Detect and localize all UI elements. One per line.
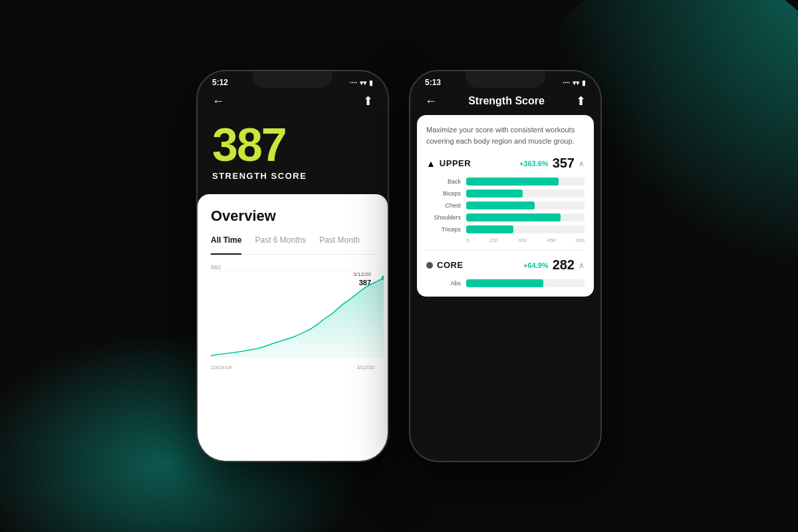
tab-all-time[interactable]: All Time [211, 235, 241, 249]
bar-label-back: Back [426, 178, 461, 185]
bar-label-shoulders: Shoulders [426, 214, 461, 221]
phone-2: 5:13 ···· ▾▾ ▮ ← Strength Score ⬆ M [409, 70, 602, 462]
phone-1-status-icons: ···· ▾▾ ▮ [350, 79, 373, 86]
section-divider [426, 250, 585, 251]
signal-dots-icon: ···· [350, 79, 357, 86]
phone-1-notch [253, 71, 332, 88]
strength-score-label: STRENGTH SCORE [212, 171, 373, 181]
core-score: 282 [553, 257, 575, 273]
phone-2-screen: 5:13 ···· ▾▾ ▮ ← Strength Score ⬆ M [410, 71, 600, 461]
overview-card: Overview All Time Past 6 Months Past Mon… [198, 194, 388, 461]
bar-row-shoulders: Shoulders [426, 213, 585, 221]
bar-row-triceps: Triceps [426, 225, 585, 233]
axis-0: 0 [466, 237, 469, 243]
upper-chevron-icon[interactable]: ∧ [579, 159, 585, 168]
bar-track-abs [466, 279, 585, 287]
phone-1-time: 5:12 [212, 78, 228, 87]
upper-name: UPPER [440, 158, 471, 168]
chart-x-end: 3/12/20 [356, 364, 374, 370]
core-dot-icon [426, 262, 433, 269]
bar-fill-triceps [466, 225, 513, 233]
upper-change: +363.6% [519, 160, 549, 168]
strength-description: Maximize your score with consistent work… [426, 124, 585, 146]
bar-track-back [466, 178, 585, 186]
upper-bar-axis: 0 150 300 450 600 [426, 237, 585, 243]
score-section: 387 STRENGTH SCORE [198, 115, 388, 194]
bar-label-abs: Abs [426, 280, 461, 287]
upper-bar-chart: Back Biceps Chest [426, 178, 585, 233]
upper-section-header: ▲ UPPER +363.6% 357 ∧ [426, 156, 585, 171]
bar-track-shoulders [466, 213, 585, 221]
axis-150: 150 [489, 237, 497, 243]
chart-x-labels: 10/24/18 3/12/20 [211, 364, 374, 370]
wifi-icon-2: ▾▾ [573, 79, 579, 86]
bar-fill-abs [466, 279, 543, 287]
bar-fill-biceps [466, 190, 523, 198]
strength-score-card: Maximize your score with consistent work… [417, 115, 594, 297]
bar-track-chest [466, 201, 585, 209]
bar-track-biceps [466, 190, 585, 198]
bar-row-abs: Abs [426, 279, 585, 287]
phone-2-back-button[interactable]: ← [425, 94, 437, 108]
bar-fill-back [466, 178, 559, 186]
phone-2-time: 5:13 [425, 78, 441, 87]
upper-icon: ▲ [426, 158, 436, 169]
bar-row-biceps: Biceps [426, 190, 585, 198]
battery-icon: ▮ [369, 79, 373, 86]
upper-section-right: +363.6% 357 ∧ [519, 156, 585, 171]
overview-chart: 560 3/12/20 387 [211, 264, 374, 370]
time-tabs: All Time Past 6 Months Past Month [211, 235, 374, 255]
core-section-left: CORE [426, 260, 464, 270]
tab-past-6-months[interactable]: Past 6 Months [255, 235, 306, 249]
overview-title: Overview [211, 207, 374, 225]
bar-label-biceps: Biceps [426, 190, 461, 197]
chart-y-max: 560 [211, 264, 221, 271]
bar-fill-chest [466, 201, 535, 209]
battery-icon-2: ▮ [582, 79, 586, 86]
upper-section-left: ▲ UPPER [426, 158, 471, 169]
phone-2-header: ← Strength Score ⬆ [410, 90, 600, 115]
wifi-icon: ▾▾ [360, 79, 366, 86]
tab-past-month[interactable]: Past Month [319, 235, 360, 249]
bar-fill-shoulders [466, 213, 561, 221]
axis-600: 600 [576, 237, 585, 243]
core-section-right: +64.9% 282 ∧ [523, 257, 585, 273]
phone-2-notch [466, 71, 545, 88]
bar-track-triceps [466, 225, 585, 233]
bar-label-chest: Chest [426, 202, 461, 209]
bar-row-back: Back [426, 178, 585, 186]
bar-label-triceps: Triceps [426, 226, 461, 233]
bar-row-chest: Chest [426, 201, 585, 209]
phone-1-header: ← ⬆ [198, 90, 388, 115]
core-name: CORE [437, 260, 464, 270]
chart-x-start: 10/24/18 [211, 364, 231, 370]
axis-300: 300 [518, 237, 527, 243]
strength-score-number: 387 [212, 122, 373, 168]
line-chart-svg [211, 271, 384, 357]
core-section-header: CORE +64.9% 282 ∧ [426, 257, 585, 273]
back-button[interactable]: ← [212, 94, 224, 108]
phone-2-status-icons: ···· ▾▾ ▮ [563, 79, 586, 86]
phone-2-title: Strength Score [468, 95, 545, 107]
core-change: +64.9% [523, 261, 549, 269]
signal-dots-icon-2: ···· [563, 79, 570, 86]
share-button[interactable]: ⬆ [363, 94, 373, 108]
phone-2-share-button[interactable]: ⬆ [576, 94, 586, 108]
upper-score: 357 [553, 156, 575, 171]
phone-1: 5:12 ···· ▾▾ ▮ ← ⬆ 387 STRENGTH SCORE [196, 70, 389, 462]
core-section: CORE +64.9% 282 ∧ Abs [426, 257, 585, 287]
axis-450: 450 [547, 237, 555, 243]
core-chevron-icon[interactable]: ∧ [579, 261, 585, 270]
phone-1-screen: 5:12 ···· ▾▾ ▮ ← ⬆ 387 STRENGTH SCORE [198, 71, 388, 461]
phones-container: 5:12 ···· ▾▾ ▮ ← ⬆ 387 STRENGTH SCORE [196, 70, 602, 462]
